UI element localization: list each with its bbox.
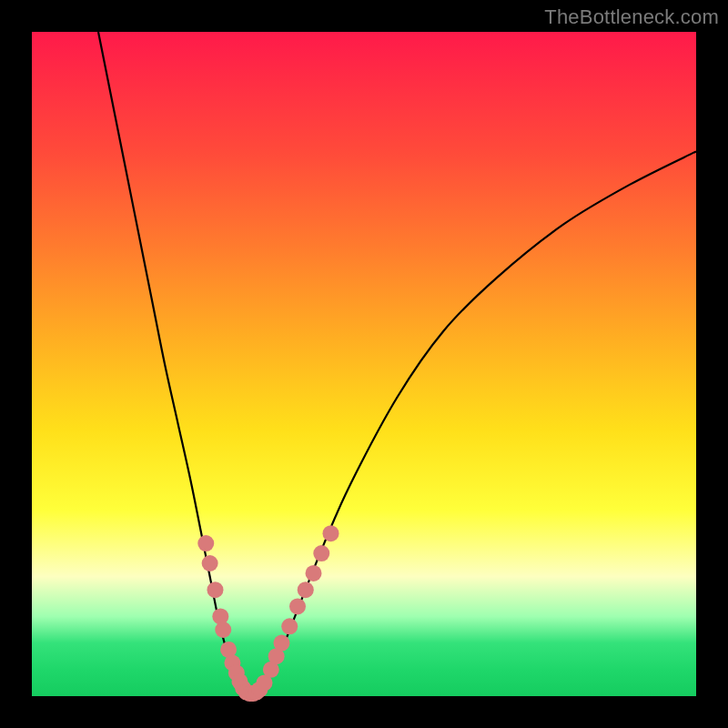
highlight-point — [306, 565, 322, 581]
highlight-point — [273, 635, 289, 652]
series-left-branch — [98, 32, 245, 693]
highlight-point — [313, 545, 329, 561]
highlight-point — [298, 581, 314, 598]
highlight-point — [207, 581, 223, 598]
highlight-point — [197, 535, 214, 551]
highlight-point — [202, 555, 218, 571]
highlight-point — [289, 598, 306, 614]
highlight-point — [215, 622, 231, 638]
watermark-label: TheBottleneck.com — [544, 5, 719, 29]
highlight-point — [281, 618, 298, 634]
highlight-points-group — [197, 525, 339, 702]
plot-area — [32, 32, 696, 696]
chart-svg — [32, 32, 696, 696]
chart-frame: TheBottleneck.com — [0, 0, 728, 728]
series-group — [98, 32, 696, 693]
highlight-point — [323, 525, 339, 541]
series-right-branch — [251, 151, 696, 693]
